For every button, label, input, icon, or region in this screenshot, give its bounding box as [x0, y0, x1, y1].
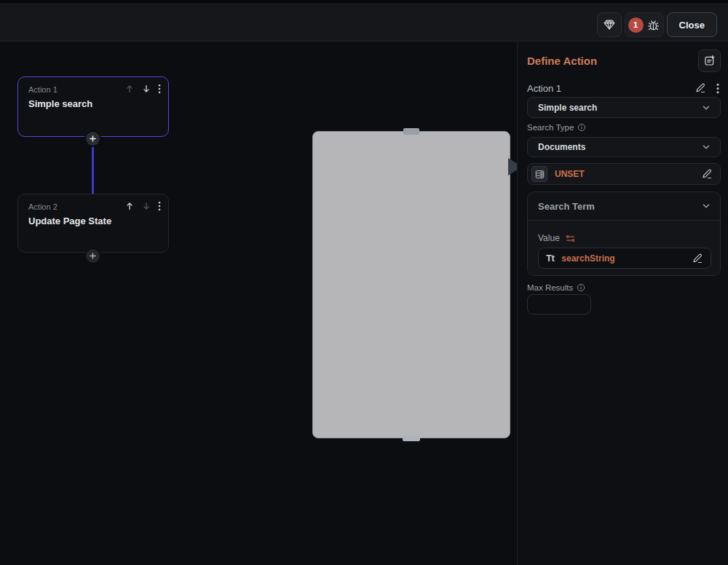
action-node-2[interactable]: Action 2 Update Page State: [17, 194, 169, 253]
table-select-button[interactable]: [531, 166, 547, 182]
max-results-input[interactable]: [527, 294, 591, 315]
add-action-button[interactable]: [698, 50, 721, 72]
edit-pencil-icon: [695, 82, 706, 94]
value-input[interactable]: Tt searchString: [538, 248, 711, 269]
add-action-between-button[interactable]: [86, 132, 100, 146]
value-label: Value: [538, 233, 560, 243]
move-up-button[interactable]: [124, 84, 135, 94]
node-title: Update Page State: [28, 216, 111, 226]
chevron-down-icon: [701, 103, 711, 113]
resize-handle-bottom[interactable]: [403, 435, 420, 441]
edit-pencil-icon: [692, 253, 703, 264]
bug-icon: [646, 18, 660, 32]
arrow-up-icon: [124, 84, 135, 94]
move-down-button[interactable]: [141, 201, 151, 211]
panel-title: Define Action: [527, 55, 597, 67]
edit-datasource-button[interactable]: [701, 168, 713, 180]
text-type-icon: Tt: [546, 253, 554, 264]
search-type-label: Search Type: [527, 123, 574, 132]
search-term-section: Search Term Value Tt searchString: [527, 191, 721, 276]
add-action-after-button[interactable]: [86, 249, 100, 263]
error-count-badge: 1: [628, 17, 644, 33]
action-menu-button[interactable]: [716, 83, 719, 94]
search-term-title: Search Term: [538, 201, 701, 212]
move-up-button[interactable]: [124, 201, 135, 211]
action-name-label: Action 1: [527, 83, 684, 94]
kebab-menu-icon: [158, 201, 161, 211]
node-index-label: Action 1: [28, 85, 58, 94]
search-type-value: Documents: [538, 142, 701, 152]
close-button[interactable]: Close: [667, 12, 717, 37]
search-type-select[interactable]: Documents: [527, 137, 721, 157]
gem-icon: [603, 18, 616, 31]
arrow-down-icon: [141, 201, 151, 211]
resize-handle-top[interactable]: [403, 128, 419, 135]
node-menu-button[interactable]: [158, 201, 161, 211]
search-term-header[interactable]: Search Term: [528, 192, 720, 220]
node-connector-line: [92, 138, 94, 194]
table-icon: [534, 169, 545, 180]
search-term-body: Value Tt searchString: [528, 220, 720, 275]
plus-icon: [90, 135, 96, 142]
dynamic-value-sliders-icon[interactable]: [565, 234, 576, 242]
node-index-label: Action 2: [28, 202, 58, 211]
debug-button[interactable]: 1: [625, 12, 664, 37]
edit-pencil-icon: [701, 168, 713, 180]
node-title: Simple search: [28, 98, 92, 109]
max-results-label: Max Results: [527, 283, 573, 292]
action-node-1[interactable]: Action 1 Simple search: [17, 76, 169, 137]
rename-action-button[interactable]: [695, 82, 706, 94]
node-menu-button[interactable]: [158, 84, 161, 94]
info-icon[interactable]: [577, 123, 586, 132]
ai-assist-button[interactable]: [597, 12, 622, 37]
move-down-button[interactable]: [141, 84, 151, 94]
arrow-up-icon: [124, 201, 135, 211]
page-preview-panel[interactable]: [312, 131, 510, 438]
kebab-menu-icon: [158, 84, 161, 94]
value-text: searchString: [561, 253, 692, 264]
arrow-down-icon: [141, 84, 151, 94]
action-type-select[interactable]: Simple search: [527, 97, 721, 118]
plus-icon: [90, 253, 96, 259]
edit-value-button[interactable]: [692, 253, 703, 264]
info-icon[interactable]: [577, 283, 585, 292]
topbar: 1 Close: [0, 0, 728, 42]
datasource-value: UNSET: [555, 169, 701, 179]
chevron-down-icon: [701, 201, 711, 211]
kebab-menu-icon: [716, 83, 719, 94]
chevron-down-icon: [701, 142, 711, 152]
datasource-row[interactable]: UNSET: [527, 163, 721, 185]
define-action-panel: Define Action Action 1 Simple search: [517, 42, 728, 565]
action-type-value: Simple search: [538, 103, 701, 113]
note-add-icon: [703, 55, 716, 67]
